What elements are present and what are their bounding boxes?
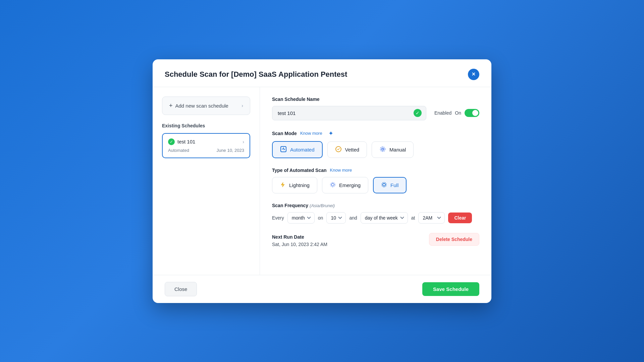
svg-point-3 (380, 147, 385, 152)
enabled-label: Enabled (434, 110, 451, 116)
scan-type-lightning-button[interactable]: Lightning (272, 177, 317, 193)
schedule-type-text: Automated (168, 148, 189, 153)
svg-point-5 (331, 183, 334, 186)
existing-schedules-label: Existing Schedules (162, 123, 250, 128)
freq-time-select[interactable]: 2AM 3AM 4AM 12PM (418, 212, 445, 224)
scan-mode-manual-button[interactable]: Manual (372, 141, 414, 158)
automated-label: Automated (290, 147, 315, 153)
scan-type-full-button[interactable]: Full (373, 177, 407, 193)
vetted-icon (335, 146, 342, 154)
schedule-list-item[interactable]: ✓ test 101 › Automated June 10, 2023 (162, 133, 250, 158)
delete-schedule-button[interactable]: Delete Schedule (429, 233, 479, 246)
modal-container: Schedule Scan for [Demo] SaaS Applicatio… (153, 59, 491, 303)
modal-title: Schedule Scan for [Demo] SaaS Applicatio… (165, 70, 347, 79)
manual-label: Manual (389, 147, 406, 153)
left-panel: + Add new scan schedule › Existing Sched… (153, 87, 260, 275)
add-new-schedule-button[interactable]: + Add new scan schedule › (162, 97, 250, 115)
next-run-date-value: Sat, Jun 10, 2023 2:42 AM (272, 242, 327, 247)
modal-body: + Add new scan schedule › Existing Sched… (153, 87, 491, 275)
scan-type-label: Type of Automated Scan (272, 168, 327, 173)
scan-name-section: Scan Schedule Name ✓ Enabled On (272, 97, 479, 120)
freq-period-select[interactable]: month week day (287, 212, 315, 224)
freq-at-label: at (411, 215, 415, 221)
toggle-on-label: On (455, 110, 461, 116)
sparkle-icon: ✦ (328, 130, 333, 137)
scan-type-know-more-link[interactable]: Know more (330, 168, 352, 173)
modal-footer: Close Save Schedule (153, 275, 491, 303)
freq-and-label: and (349, 215, 357, 221)
scan-type-emerging-button[interactable]: Emerging (322, 177, 368, 193)
freq-on-label: on (318, 215, 323, 221)
freq-timezone-text: (Asia/Brunei) (310, 203, 335, 208)
freq-day-select[interactable]: 10 1 5 15 20 (326, 212, 346, 224)
freq-weekday-select[interactable]: day of the week Monday Tuesday Wednesday… (361, 212, 408, 224)
chevron-right-icon: › (241, 103, 243, 108)
schedule-date-text: June 10, 2023 (217, 148, 244, 153)
save-schedule-button[interactable]: Save Schedule (422, 282, 479, 296)
next-run-section: Next Run Date Sat, Jun 10, 2023 2:42 AM … (272, 233, 479, 247)
plus-icon: + (169, 102, 173, 109)
scan-mode-buttons: Automated Vetted (272, 141, 479, 158)
scan-type-buttons: Lightning Emerging (272, 177, 479, 193)
svg-marker-4 (281, 182, 284, 187)
scan-mode-know-more-link[interactable]: Know more (300, 131, 322, 136)
footer-close-button[interactable]: Close (165, 282, 197, 296)
enabled-toggle[interactable] (465, 109, 479, 117)
input-valid-icon: ✓ (414, 109, 422, 117)
svg-point-2 (382, 148, 384, 150)
emerging-icon (330, 182, 336, 189)
add-schedule-label: Add new scan schedule (175, 103, 228, 109)
svg-point-7 (383, 183, 385, 186)
scan-frequency-section: Scan Frequency (Asia/Brunei) Every month… (272, 203, 479, 224)
automated-icon (280, 146, 287, 154)
modal-header: Schedule Scan for [Demo] SaaS Applicatio… (153, 59, 491, 87)
scan-mode-section: Scan Mode Know more ✦ Automated (272, 130, 479, 158)
schedule-item-name-text: test 101 (177, 139, 195, 144)
right-panel: Scan Schedule Name ✓ Enabled On Sca (260, 87, 491, 275)
scan-mode-label: Scan Mode (272, 131, 297, 136)
scan-mode-automated-button[interactable]: Automated (272, 141, 323, 158)
vetted-label: Vetted (345, 147, 360, 153)
scan-name-label: Scan Schedule Name (272, 97, 479, 102)
emerging-label: Emerging (339, 182, 361, 188)
freq-label-text: Scan Frequency (272, 203, 308, 208)
full-label: Full (390, 182, 398, 188)
svg-point-6 (330, 182, 335, 187)
close-icon-button[interactable]: × (468, 69, 479, 80)
lightning-icon (280, 182, 286, 189)
schedule-check-icon: ✓ (168, 138, 175, 145)
clear-button[interactable]: Clear (448, 213, 472, 223)
scan-mode-vetted-button[interactable]: Vetted (327, 141, 367, 158)
lightning-label: Lightning (289, 182, 310, 188)
freq-every-label: Every (272, 215, 284, 221)
full-icon (381, 182, 387, 189)
scan-type-section: Type of Automated Scan Know more Lightni… (272, 168, 479, 193)
next-run-label: Next Run Date (272, 234, 327, 240)
schedule-chevron-icon: › (243, 139, 244, 144)
manual-icon (379, 146, 386, 154)
scan-name-input[interactable] (272, 106, 426, 120)
